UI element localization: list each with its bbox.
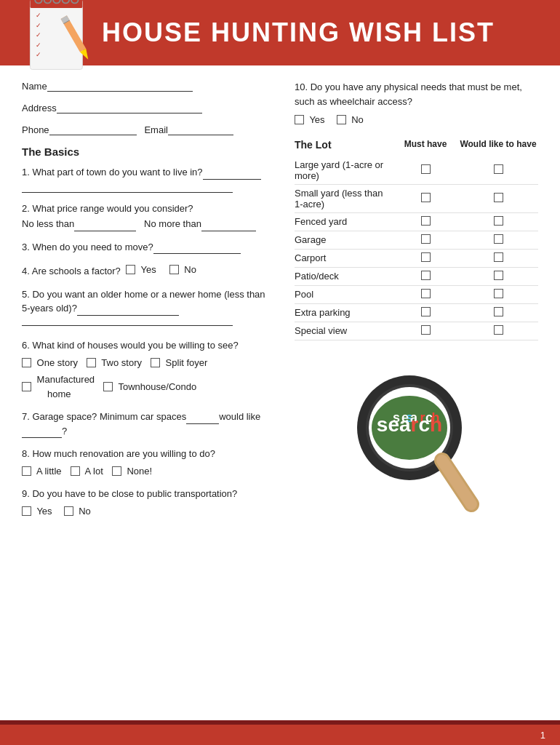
question-8: 8. How much renovation are you willing t… [22, 447, 265, 478]
lot-would-pool[interactable] [458, 289, 538, 300]
q3-answer[interactable] [153, 244, 241, 254]
q5-answer[interactable] [77, 306, 179, 316]
lot-must-small-yard[interactable] [393, 193, 458, 204]
q1-answer[interactable] [203, 170, 261, 180]
question-6: 6. What kind of houses would you be will… [22, 338, 265, 401]
q4-yes[interactable]: Yes [126, 263, 156, 277]
q8-lot[interactable]: A lot [71, 464, 103, 479]
name-underline[interactable] [47, 80, 193, 92]
question-4: 4. Are schools a factor? Yes No [22, 263, 265, 279]
lot-item-fenced: Fenced yard [295, 216, 393, 227]
lot-item-pool: Pool [295, 289, 393, 300]
phone-label: Phone [22, 124, 49, 135]
q10-no[interactable]: No [337, 113, 364, 127]
lot-would-special-view[interactable] [458, 325, 538, 337]
q6-text: 6. What kind of houses would you be will… [22, 338, 265, 353]
notepad-icon: ✓ ✓ ✓ ✓ ✓ [15, 0, 95, 76]
q6-one-story[interactable]: One story [22, 356, 78, 370]
lot-header: The Lot Must have Would like to have [295, 139, 538, 154]
address-label: Address [22, 103, 57, 113]
lot-row-large-yard: Large yard (1-acre or more) [295, 156, 538, 185]
q6-manufactured[interactable]: Manufactured home [22, 372, 95, 401]
q6-townhouse[interactable]: searchTownhouse/Condo [103, 380, 196, 394]
question-3: 3. When do you need to move? [22, 240, 265, 255]
lot-row-fenced: Fenced yard [295, 213, 538, 231]
svg-text:✓: ✓ [36, 41, 41, 49]
address-underline[interactable] [57, 102, 202, 113]
svg-text:search: search [376, 413, 441, 436]
lot-would-small-yard[interactable] [458, 193, 538, 204]
svg-text:✓: ✓ [36, 22, 41, 29]
q2-min[interactable] [74, 221, 136, 231]
lot-would-fenced[interactable] [458, 216, 538, 228]
q8-none[interactable]: None! [112, 464, 152, 479]
lot-item-large-yard: Large yard (1-acre or more) [295, 159, 393, 181]
q1-text: 1. What part of town do you want to live… [22, 167, 261, 178]
lot-row-garage: Garage [295, 231, 538, 250]
q10-yes[interactable]: Yes [295, 113, 325, 127]
right-column: 10. Do you have any physical needs that … [287, 80, 538, 527]
q5-line2[interactable] [22, 316, 233, 326]
lot-title: The Lot [295, 139, 393, 151]
lot-must-special-view[interactable] [393, 325, 458, 337]
q1-line2[interactable] [22, 181, 233, 193]
q7-like[interactable] [22, 428, 62, 438]
lot-item-extra-parking: Extra parking [295, 307, 393, 318]
lot-row-carport: Carport [295, 250, 538, 268]
lot-would-extra-parking[interactable] [458, 307, 538, 319]
q10-options: Yes No [295, 113, 538, 127]
lot-must-pool[interactable] [393, 289, 458, 300]
q9-options: Yes No [22, 504, 265, 519]
lot-would-large-yard[interactable] [458, 164, 538, 176]
main-content: Name Address Phone Email The Basics 1. W… [0, 65, 560, 541]
svg-text:✓: ✓ [36, 31, 41, 39]
name-label: Name [22, 81, 47, 92]
q6-two-story[interactable]: Two story [87, 356, 142, 370]
lot-item-small-yard: Small yard (less than 1-acre) [295, 188, 393, 210]
lot-must-fenced[interactable] [393, 216, 458, 228]
lot-would-carport[interactable] [458, 252, 538, 264]
lot-must-large-yard[interactable] [393, 164, 458, 176]
q4-no-cb[interactable] [169, 265, 179, 274]
email-label: Email [144, 124, 168, 135]
footer: 1 [0, 725, 560, 745]
q4-no[interactable]: No [169, 263, 196, 277]
lot-row-pool: Pool [295, 286, 538, 304]
q8-text: 8. How much renovation are you willing t… [22, 447, 265, 461]
question-5: 5. Do you want an older home or a newer … [22, 287, 265, 330]
q6-row1: One story Two story Split foyer [22, 356, 265, 370]
lot-col-must: Must have [393, 139, 458, 151]
lot-must-patio[interactable] [393, 271, 458, 282]
q7-min[interactable] [186, 414, 219, 424]
email-underline[interactable] [168, 124, 233, 135]
lot-must-extra-parking[interactable] [393, 307, 458, 319]
q7-text: 7. Garage space? Minimum car spaceswould… [22, 411, 260, 437]
q6-split-foyer[interactable]: Split foyer [151, 356, 207, 370]
lot-item-patio: Patio/deck [295, 271, 393, 282]
lot-row-patio: Patio/deck [295, 268, 538, 286]
q2-text: 2. What price range would you consider? [22, 202, 265, 216]
phone-underline[interactable] [49, 124, 137, 135]
header: ✓ ✓ ✓ ✓ ✓ HOUSE HUNTING WISH LIST [0, 0, 560, 65]
search-icon-illustration: s s e a r c h search [337, 362, 497, 522]
q8-options: A little A lot None! [22, 464, 265, 479]
lot-must-carport[interactable] [393, 252, 458, 264]
lot-would-patio[interactable] [458, 271, 538, 282]
q8-little[interactable]: A little [22, 464, 62, 479]
name-field-row: Name [22, 80, 265, 92]
svg-line-29 [442, 461, 471, 504]
lot-must-garage[interactable] [393, 234, 458, 246]
q4-yes-cb[interactable] [126, 265, 135, 274]
q9-no[interactable]: No [64, 504, 91, 519]
lot-item-garage: Garage [295, 234, 393, 245]
lot-would-garage[interactable] [458, 234, 538, 246]
lot-row-extra-parking: Extra parking [295, 304, 538, 322]
question-1: 1. What part of town do you want to live… [22, 165, 265, 193]
q2-max[interactable] [201, 221, 256, 231]
page: ✓ ✓ ✓ ✓ ✓ HOUSE HUNTING WISH LIST Name [0, 0, 560, 745]
lot-row-small-yard: Small yard (less than 1-acre) [295, 185, 538, 213]
svg-text:✓: ✓ [36, 51, 41, 58]
lot-row-special-view: Special view [295, 322, 538, 340]
q9-yes[interactable]: Yes [22, 504, 52, 519]
q6-options: One story Two story Split foyer Manufact… [22, 356, 265, 402]
